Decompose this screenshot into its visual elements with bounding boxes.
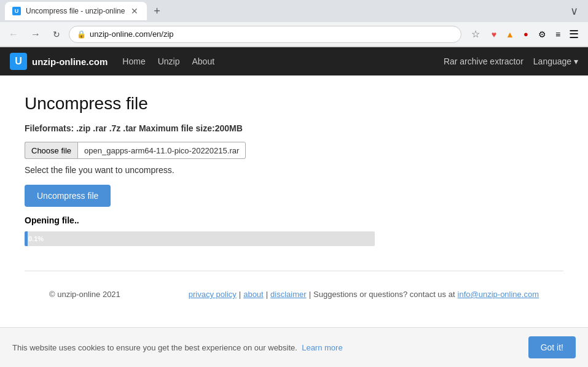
active-tab[interactable]: U Uncompress file - unzip-online ✕ xyxy=(5,2,147,20)
cookie-banner: This website uses cookies to ensure you … xyxy=(0,327,588,367)
progress-bar-fill xyxy=(25,231,28,246)
progress-bar-container: 0.1% xyxy=(25,231,375,246)
maxsize-label: Maximum file size: xyxy=(139,123,215,133)
rar-link[interactable]: Rar archive extractor xyxy=(444,56,523,66)
back-button[interactable]: ← xyxy=(5,26,22,42)
bookmark-icon[interactable]: ☆ xyxy=(469,28,482,41)
footer-sep-1: | xyxy=(239,290,241,299)
footer-contact-text: Suggestions or questions? contact us at xyxy=(313,290,455,299)
nav-home[interactable]: Home xyxy=(122,56,145,66)
reload-button[interactable]: ↻ xyxy=(49,27,64,42)
cookie-message: This website uses cookies to ensure you … xyxy=(12,343,521,352)
site-name: unzip-online.com xyxy=(32,56,108,67)
extensions-area: ♥ ▲ ● ⚙ ≡ ☰ xyxy=(487,28,581,41)
vpn-ext-icon[interactable]: ♥ xyxy=(487,28,501,41)
nav-about[interactable]: About xyxy=(192,56,214,66)
disclaimer-link[interactable]: disclaimer xyxy=(270,290,307,299)
ublock-ext-icon[interactable]: ● xyxy=(519,28,533,41)
privacy-policy-link[interactable]: privacy policy xyxy=(189,290,237,299)
main-content: Uncompress file Fileformats: .zip .rar .… xyxy=(0,75,588,323)
logo-box: U xyxy=(10,53,27,70)
menu-icon[interactable]: ☰ xyxy=(567,28,581,41)
opening-label: Opening file.. xyxy=(25,215,563,225)
tab-bar: U Uncompress file - unzip-online ✕ + ∨ xyxy=(0,0,588,22)
logo-letter: U xyxy=(15,56,22,67)
tab-close-button[interactable]: ✕ xyxy=(130,5,139,17)
language-button[interactable]: Language ▾ xyxy=(533,56,578,66)
tab-scroll-chevron[interactable]: ∨ xyxy=(570,4,583,18)
cookie-message-text: This website uses cookies to ensure you … xyxy=(12,343,297,352)
nav-unzip[interactable]: Unzip xyxy=(158,56,180,66)
footer-copyright: © unzip-online 2021 xyxy=(49,290,120,299)
got-it-button[interactable]: Got it! xyxy=(528,336,576,358)
footer-links: privacy policy | about | disclaimer | Su… xyxy=(189,290,539,299)
forward-button[interactable]: → xyxy=(27,26,44,42)
learn-more-link[interactable]: Learn more xyxy=(302,343,342,352)
file-input-row: Choose file open_gapps-arm64-11.0-pico-2… xyxy=(25,142,563,159)
site-logo: U unzip-online.com xyxy=(10,53,108,70)
address-text: unzip-online.com/en/zip xyxy=(90,29,453,39)
maxsize-value: 200MB xyxy=(215,123,243,133)
about-link[interactable]: about xyxy=(243,290,264,299)
uncompress-button[interactable]: Uncompress file xyxy=(25,185,111,207)
select-hint: Select the file you want to uncompress. xyxy=(25,165,563,175)
page-title: Uncompress file xyxy=(25,94,563,114)
file-formats: Fileformats: .zip .rar .7z .tar Maximum … xyxy=(25,123,563,133)
progress-label: 0.1% xyxy=(28,235,44,242)
tab-title: Uncompress file - unzip-online xyxy=(26,7,125,15)
alert-ext-icon[interactable]: ▲ xyxy=(503,28,517,41)
footer-sep-2: | xyxy=(266,290,268,299)
nav-right: Rar archive extractor Language ▾ xyxy=(444,56,578,66)
browser-toolbar: ← → ↻ 🔒 unzip-online.com/en/zip ☆ ♥ ▲ ● … xyxy=(0,22,588,47)
fileformats-label: Fileformats: xyxy=(25,123,74,133)
file-name-display: open_gapps-arm64-11.0-pico-20220215.rar xyxy=(77,142,246,159)
footer-sep-3: | xyxy=(309,290,311,299)
footer-email-link[interactable]: info@unzip-online.com xyxy=(458,290,539,299)
puzzle-ext-icon[interactable]: ⚙ xyxy=(535,28,549,41)
fileformats-value: .zip .rar .7z .tar xyxy=(74,123,139,133)
extra-ext-icon[interactable]: ≡ xyxy=(551,28,565,41)
tab-favicon: U xyxy=(12,7,21,15)
nav-links: Home Unzip About xyxy=(122,56,214,66)
browser-chrome: U Uncompress file - unzip-online ✕ + ∨ ←… xyxy=(0,0,588,47)
lock-icon: 🔒 xyxy=(77,30,86,39)
new-tab-button[interactable]: + xyxy=(149,4,164,18)
toolbar-icons: ☆ ♥ ▲ ● ⚙ ≡ ☰ xyxy=(466,28,583,41)
choose-file-button[interactable]: Choose file xyxy=(25,142,77,159)
address-bar[interactable]: 🔒 unzip-online.com/en/zip xyxy=(69,26,461,43)
divider xyxy=(25,271,563,271)
footer: © unzip-online 2021 privacy policy | abo… xyxy=(25,284,563,305)
site-nav: U unzip-online.com Home Unzip About Rar … xyxy=(0,47,588,75)
